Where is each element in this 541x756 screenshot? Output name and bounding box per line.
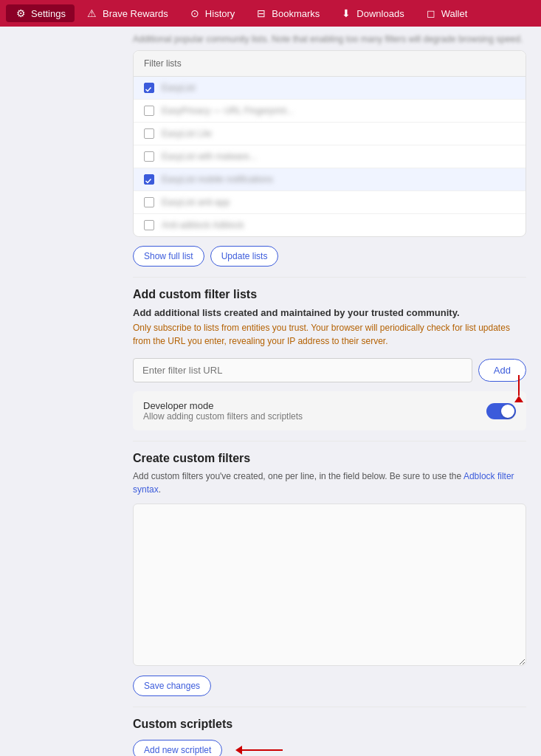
filter-list-item: EasyList with malware... (134, 145, 526, 168)
arrow-left-line (242, 749, 283, 751)
nav-history[interactable]: ⊙ History (180, 4, 244, 22)
filter-item-text: Anti-adblock Adblock (162, 220, 244, 230)
add-custom-section: Add custom filter lists Add additional l… (133, 288, 526, 382)
dev-mode-text: Developer mode Allow adding custom filte… (143, 400, 303, 422)
custom-scriptlets-section: Custom scriptlets Add new scriptlet (133, 718, 526, 756)
filter-list-item: EasyList (134, 77, 526, 100)
filter-list-item: Anti-adblock Adblock (134, 214, 526, 236)
filter-checkbox[interactable] (144, 106, 154, 116)
brave-rewards-icon: ⚠ (86, 7, 98, 19)
filter-lists-box: Filter lists EasyListEasyPrivacy — URL F… (133, 50, 526, 237)
filter-list-item: EasyPrivacy — URL Fingerprint... (134, 100, 526, 123)
filter-item-text: EasyList (162, 83, 195, 93)
filter-checkbox[interactable] (144, 151, 154, 162)
wallet-icon: ◻ (425, 7, 437, 19)
url-input[interactable] (133, 358, 472, 382)
nav-brave-rewards[interactable]: ⚠ Brave Rewards (77, 4, 177, 22)
history-icon: ⊙ (189, 7, 201, 19)
developer-mode-row: Developer mode Allow adding custom filte… (133, 391, 526, 430)
dev-mode-title: Developer mode (143, 400, 303, 411)
nav-history-label: History (205, 8, 235, 19)
left-arrow-annotation (234, 746, 283, 755)
update-lists-button[interactable]: Update lists (210, 246, 279, 267)
content-area: Additional popular community lists. Note… (118, 27, 541, 756)
custom-filters-desc: Add custom filters you've created, one p… (133, 470, 526, 496)
add-custom-desc-warning: Only subscribe to lists from entities yo… (133, 321, 526, 348)
separator-2 (133, 441, 526, 441)
url-input-row: Add (133, 358, 526, 382)
add-custom-desc-bold: Add additional lists created and maintai… (133, 307, 526, 318)
save-changes-button[interactable]: Save changes (133, 676, 211, 696)
filter-checkbox[interactable] (144, 128, 154, 139)
navbar: ⚙ Settings ⚠ Brave Rewards ⊙ History ⊟ B… (0, 0, 541, 27)
nav-settings[interactable]: ⚙ Settings (6, 4, 75, 22)
bookmarks-icon: ⊟ (255, 7, 267, 19)
filter-checkbox[interactable] (144, 83, 154, 93)
settings-icon: ⚙ (15, 7, 27, 19)
filter-list-item: EasyList mobile notifications (134, 168, 526, 191)
nav-bookmarks-label: Bookmarks (272, 8, 320, 19)
nav-settings-label: Settings (31, 8, 66, 19)
filter-item-text: EasyList Lite (162, 128, 212, 139)
dev-mode-subtitle: Allow adding custom filters and scriptle… (143, 411, 303, 422)
add-new-scriptlet-button[interactable]: Add new scriptlet (133, 740, 222, 756)
nav-brave-rewards-label: Brave Rewards (103, 8, 168, 19)
filter-list-item: EasyList anti-app (134, 191, 526, 214)
filter-list-items: EasyListEasyPrivacy — URL Fingerprint...… (134, 77, 526, 236)
nav-downloads-label: Downloads (356, 8, 404, 19)
filter-item-text: EasyList anti-app (162, 197, 230, 207)
toggle-thumb (501, 405, 514, 418)
filter-list-item: EasyList Lite (134, 123, 526, 145)
arrow-up-tip (514, 396, 523, 402)
nav-wallet-label: Wallet (441, 8, 468, 19)
arrow-left-shape (235, 746, 283, 755)
arrow-up-annotation (514, 375, 523, 402)
custom-scriptlets-title: Custom scriptlets (133, 718, 526, 731)
filter-item-text: EasyList with malware... (162, 151, 257, 162)
separator-1 (133, 277, 526, 278)
nav-downloads[interactable]: ⬇ Downloads (331, 4, 413, 22)
filter-checkbox[interactable] (144, 220, 154, 230)
arrow-left-tip (235, 746, 242, 755)
filter-item-text: EasyList mobile notifications (162, 174, 273, 185)
filter-checkbox[interactable] (144, 197, 154, 207)
arrow-up-line (518, 375, 520, 396)
show-full-list-button[interactable]: Show full list (133, 246, 204, 267)
separator-3 (133, 707, 526, 707)
main-content: Additional popular community lists. Note… (0, 27, 541, 756)
filter-item-text: EasyPrivacy — URL Fingerprint... (162, 106, 294, 116)
add-custom-title: Add custom filter lists (133, 288, 526, 301)
top-warning-text: Additional popular community lists. Note… (133, 27, 526, 50)
nav-wallet[interactable]: ◻ Wallet (416, 4, 477, 22)
custom-filters-textarea[interactable] (133, 504, 526, 666)
add-scriptlet-row: Add new scriptlet (133, 740, 526, 756)
filter-checkbox[interactable] (144, 174, 154, 185)
custom-filters-desc-after: . (159, 484, 161, 495)
downloads-icon: ⬇ (340, 7, 352, 19)
toggle-wrapper (486, 403, 516, 419)
save-btn-row: Save changes (133, 676, 526, 696)
custom-filters-section: Create custom filters Add custom filters… (133, 452, 526, 668)
filter-lists-header: Filter lists (134, 51, 526, 77)
filter-actions: Show full list Update lists (133, 246, 526, 267)
nav-bookmarks[interactable]: ⊟ Bookmarks (247, 4, 328, 22)
custom-filters-desc-before: Add custom filters you've created, one p… (133, 471, 464, 481)
custom-filters-title: Create custom filters (133, 452, 526, 465)
developer-mode-toggle[interactable] (486, 403, 516, 419)
